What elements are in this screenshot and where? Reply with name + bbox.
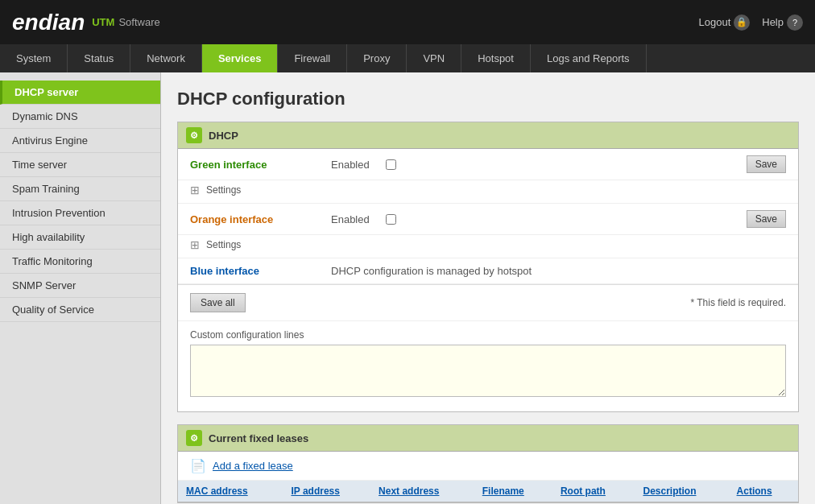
custom-config-section: Custom configuration lines bbox=[178, 321, 798, 411]
green-interface-row: Green interface Enabled Save bbox=[178, 149, 798, 180]
col-header-ip[interactable]: IP address bbox=[283, 481, 370, 502]
orange-settings-text[interactable]: Settings bbox=[206, 239, 241, 250]
orange-save-button[interactable]: Save bbox=[747, 210, 786, 228]
sidebar: DHCP server Dynamic DNS Antivirus Engine… bbox=[0, 72, 161, 504]
header: endian UTM Software Logout 🔒 Help ? bbox=[0, 0, 815, 44]
blue-interface-label: Blue interface bbox=[190, 265, 319, 277]
nav-item-vpn[interactable]: VPN bbox=[407, 44, 461, 72]
nav-item-status[interactable]: Status bbox=[68, 44, 130, 72]
content-wrapper: DHCP server Dynamic DNS Antivirus Engine… bbox=[0, 72, 815, 504]
green-save-button[interactable]: Save bbox=[747, 155, 786, 173]
add-lease-row: 📄 Add a fixed lease bbox=[178, 452, 798, 481]
fixed-leases-section-icon: ⚙ bbox=[186, 430, 202, 446]
green-settings-row: ⊞ Settings bbox=[178, 180, 798, 203]
sidebar-item-spam-training[interactable]: Spam Training bbox=[0, 177, 160, 201]
nav-item-logs-reports[interactable]: Logs and Reports bbox=[531, 44, 647, 72]
orange-interface-row: Orange interface Enabled Save bbox=[178, 203, 798, 235]
col-header-root-path: Root path bbox=[552, 481, 635, 502]
logo-endian-text: endian bbox=[12, 10, 85, 35]
col-header-next-addr: Next address bbox=[370, 481, 474, 502]
add-fixed-lease-link[interactable]: Add a fixed lease bbox=[213, 460, 293, 472]
sidebar-item-intrusion-prevention[interactable]: Intrusion Prevention bbox=[0, 201, 160, 225]
green-interface-label: Green interface bbox=[190, 159, 319, 171]
dhcp-section-icon: ⚙ bbox=[186, 127, 202, 143]
dhcp-panel: ⚙ DHCP Green interface Enabled Save ⊞ Se… bbox=[177, 122, 799, 412]
sidebar-item-traffic-monitoring[interactable]: Traffic Monitoring bbox=[0, 250, 160, 274]
fixed-leases-panel: ⚙ Current fixed leases 📄 Add a fixed lea… bbox=[177, 424, 799, 503]
logo-software-text: Software bbox=[118, 16, 159, 28]
save-all-button[interactable]: Save all bbox=[190, 293, 246, 312]
orange-enabled-label: Enabled bbox=[331, 213, 370, 225]
nav-item-proxy[interactable]: Proxy bbox=[347, 44, 407, 72]
sidebar-item-snmp-server[interactable]: SNMP Server bbox=[0, 274, 160, 298]
fixed-leases-section-header: ⚙ Current fixed leases bbox=[178, 425, 798, 452]
sidebar-item-high-availability[interactable]: High availability bbox=[0, 225, 160, 250]
dhcp-section-label: DHCP bbox=[209, 130, 238, 142]
col-header-filename: Filename bbox=[474, 481, 552, 502]
help-icon: ? bbox=[787, 14, 803, 31]
nav-item-hotspot[interactable]: Hotspot bbox=[461, 44, 531, 72]
sidebar-item-antivirus-engine[interactable]: Antivirus Engine bbox=[0, 129, 160, 153]
blue-dhcp-managed-text: DHCP configuration is managed by hotspot bbox=[331, 265, 532, 277]
green-enabled-label: Enabled bbox=[331, 159, 370, 171]
orange-enabled-checkbox[interactable] bbox=[386, 214, 396, 225]
sidebar-item-dhcp-server[interactable]: DHCP server bbox=[0, 81, 160, 105]
green-settings-expand-icon[interactable]: ⊞ bbox=[190, 184, 200, 196]
logout-icon: 🔒 bbox=[734, 14, 750, 31]
add-lease-icon: 📄 bbox=[190, 458, 206, 473]
green-settings-text[interactable]: Settings bbox=[206, 184, 241, 196]
col-header-mac[interactable]: MAC address bbox=[178, 481, 283, 502]
sidebar-item-quality-of-service[interactable]: Quality of Service bbox=[0, 298, 160, 322]
sidebar-item-time-server[interactable]: Time server bbox=[0, 153, 160, 177]
help-link[interactable]: Help ? bbox=[762, 14, 803, 31]
blue-interface-row: Blue interface DHCP configuration is man… bbox=[178, 258, 798, 284]
logout-label: Logout bbox=[698, 16, 730, 28]
logout-link[interactable]: Logout 🔒 bbox=[698, 14, 750, 31]
header-right: Logout 🔒 Help ? bbox=[698, 14, 803, 31]
page-title: DHCP configuration bbox=[177, 89, 799, 109]
main-content: DHCP configuration ⚙ DHCP Green interfac… bbox=[161, 72, 815, 504]
main-nav: System Status Network Services Firewall … bbox=[0, 44, 815, 72]
orange-settings-row: ⊞ Settings bbox=[178, 235, 798, 258]
logo-utm-text: UTM bbox=[92, 16, 114, 28]
nav-item-services[interactable]: Services bbox=[202, 44, 279, 72]
logo: endian UTM Software bbox=[12, 10, 160, 35]
help-label: Help bbox=[762, 16, 784, 28]
sidebar-item-dynamic-dns[interactable]: Dynamic DNS bbox=[0, 105, 160, 129]
nav-item-firewall[interactable]: Firewall bbox=[278, 44, 347, 72]
green-enabled-checkbox[interactable] bbox=[386, 159, 396, 170]
dhcp-section-header: ⚙ DHCP bbox=[178, 122, 798, 149]
leases-table: MAC address IP address Next address File… bbox=[178, 481, 798, 502]
fixed-leases-section-label: Current fixed leases bbox=[209, 432, 308, 444]
col-header-description: Description bbox=[635, 481, 728, 502]
custom-config-textarea[interactable] bbox=[190, 345, 786, 397]
col-header-actions: Actions bbox=[729, 481, 798, 502]
nav-item-network[interactable]: Network bbox=[130, 44, 202, 72]
orange-settings-expand-icon[interactable]: ⊞ bbox=[190, 238, 200, 251]
custom-config-label: Custom configuration lines bbox=[190, 329, 786, 341]
save-all-row: Save all * This field is required. bbox=[178, 284, 798, 321]
nav-item-system[interactable]: System bbox=[0, 44, 68, 72]
orange-interface-label: Orange interface bbox=[190, 213, 319, 225]
required-field-text: * This field is required. bbox=[691, 297, 787, 308]
